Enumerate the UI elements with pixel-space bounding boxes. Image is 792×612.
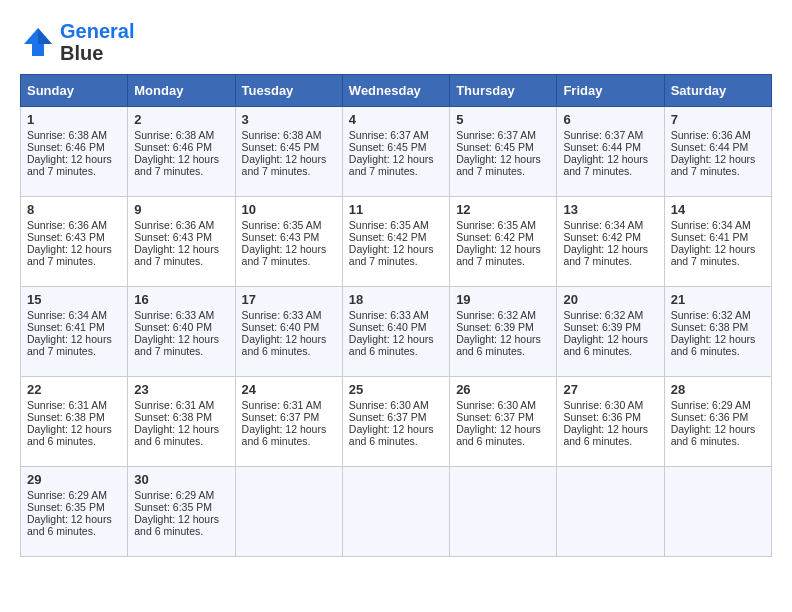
- day-cell-8: 8Sunrise: 6:36 AMSunset: 6:43 PMDaylight…: [21, 197, 128, 287]
- day-info-line: Sunrise: 6:32 AM: [563, 309, 657, 321]
- day-info-line: and 7 minutes.: [349, 165, 443, 177]
- day-info-line: Sunset: 6:40 PM: [134, 321, 228, 333]
- day-number: 10: [242, 202, 336, 217]
- day-number: 3: [242, 112, 336, 127]
- day-cell-14: 14Sunrise: 6:34 AMSunset: 6:41 PMDayligh…: [664, 197, 771, 287]
- day-info-line: Sunrise: 6:34 AM: [27, 309, 121, 321]
- day-info-line: Sunset: 6:36 PM: [671, 411, 765, 423]
- day-info-line: Daylight: 12 hours: [134, 513, 228, 525]
- day-info-line: Sunrise: 6:30 AM: [563, 399, 657, 411]
- day-info-line: Sunrise: 6:31 AM: [242, 399, 336, 411]
- day-info-line: Sunset: 6:46 PM: [134, 141, 228, 153]
- day-cell-7: 7Sunrise: 6:36 AMSunset: 6:44 PMDaylight…: [664, 107, 771, 197]
- day-info-line: Daylight: 12 hours: [671, 153, 765, 165]
- day-info-line: Sunrise: 6:36 AM: [27, 219, 121, 231]
- day-of-week-saturday: Saturday: [664, 75, 771, 107]
- day-info-line: Sunset: 6:39 PM: [456, 321, 550, 333]
- day-info-line: Sunset: 6:43 PM: [134, 231, 228, 243]
- day-info-line: Sunrise: 6:29 AM: [27, 489, 121, 501]
- day-info-line: and 6 minutes.: [671, 345, 765, 357]
- day-cell-4: 4Sunrise: 6:37 AMSunset: 6:45 PMDaylight…: [342, 107, 449, 197]
- day-info-line: Daylight: 12 hours: [456, 333, 550, 345]
- day-info-line: and 7 minutes.: [456, 255, 550, 267]
- empty-cell: [235, 467, 342, 557]
- day-info-line: Sunrise: 6:37 AM: [563, 129, 657, 141]
- day-info-line: Sunrise: 6:37 AM: [349, 129, 443, 141]
- day-info-line: Sunset: 6:38 PM: [134, 411, 228, 423]
- day-info-line: Daylight: 12 hours: [27, 513, 121, 525]
- day-info-line: Sunrise: 6:29 AM: [671, 399, 765, 411]
- day-info-line: Daylight: 12 hours: [349, 243, 443, 255]
- day-info-line: and 7 minutes.: [242, 255, 336, 267]
- day-info-line: Daylight: 12 hours: [349, 423, 443, 435]
- day-info-line: Daylight: 12 hours: [349, 333, 443, 345]
- day-info-line: Daylight: 12 hours: [134, 333, 228, 345]
- day-number: 24: [242, 382, 336, 397]
- day-info-line: and 7 minutes.: [27, 255, 121, 267]
- day-info-line: Sunrise: 6:33 AM: [134, 309, 228, 321]
- day-info-line: Daylight: 12 hours: [456, 153, 550, 165]
- day-cell-17: 17Sunrise: 6:33 AMSunset: 6:40 PMDayligh…: [235, 287, 342, 377]
- day-cell-29: 29Sunrise: 6:29 AMSunset: 6:35 PMDayligh…: [21, 467, 128, 557]
- day-info-line: and 6 minutes.: [456, 435, 550, 447]
- day-info-line: Sunrise: 6:31 AM: [134, 399, 228, 411]
- day-cell-20: 20Sunrise: 6:32 AMSunset: 6:39 PMDayligh…: [557, 287, 664, 377]
- day-info-line: Sunset: 6:46 PM: [27, 141, 121, 153]
- day-cell-11: 11Sunrise: 6:35 AMSunset: 6:42 PMDayligh…: [342, 197, 449, 287]
- day-info-line: Daylight: 12 hours: [27, 243, 121, 255]
- day-info-line: Sunrise: 6:35 AM: [349, 219, 443, 231]
- day-number: 20: [563, 292, 657, 307]
- day-info-line: Sunset: 6:41 PM: [27, 321, 121, 333]
- day-info-line: Daylight: 12 hours: [456, 243, 550, 255]
- day-cell-26: 26Sunrise: 6:30 AMSunset: 6:37 PMDayligh…: [450, 377, 557, 467]
- day-info-line: Sunset: 6:42 PM: [349, 231, 443, 243]
- day-info-line: and 7 minutes.: [27, 345, 121, 357]
- day-of-week-sunday: Sunday: [21, 75, 128, 107]
- day-info-line: Sunrise: 6:34 AM: [563, 219, 657, 231]
- day-number: 29: [27, 472, 121, 487]
- day-info-line: Sunrise: 6:38 AM: [242, 129, 336, 141]
- day-info-line: Daylight: 12 hours: [242, 153, 336, 165]
- day-cell-1: 1Sunrise: 6:38 AMSunset: 6:46 PMDaylight…: [21, 107, 128, 197]
- day-info-line: Daylight: 12 hours: [671, 243, 765, 255]
- day-info-line: and 6 minutes.: [242, 345, 336, 357]
- day-cell-22: 22Sunrise: 6:31 AMSunset: 6:38 PMDayligh…: [21, 377, 128, 467]
- logo-text2: Blue: [60, 42, 134, 64]
- day-number: 21: [671, 292, 765, 307]
- day-info-line: Daylight: 12 hours: [27, 153, 121, 165]
- day-info-line: Sunrise: 6:38 AM: [134, 129, 228, 141]
- day-info-line: and 6 minutes.: [563, 345, 657, 357]
- day-cell-24: 24Sunrise: 6:31 AMSunset: 6:37 PMDayligh…: [235, 377, 342, 467]
- day-info-line: Daylight: 12 hours: [242, 333, 336, 345]
- day-number: 1: [27, 112, 121, 127]
- day-info-line: Daylight: 12 hours: [671, 333, 765, 345]
- day-info-line: and 7 minutes.: [563, 165, 657, 177]
- day-info-line: Daylight: 12 hours: [456, 423, 550, 435]
- day-info-line: Sunset: 6:41 PM: [671, 231, 765, 243]
- day-number: 26: [456, 382, 550, 397]
- day-number: 9: [134, 202, 228, 217]
- day-info-line: Sunrise: 6:35 AM: [456, 219, 550, 231]
- day-number: 8: [27, 202, 121, 217]
- day-info-line: Daylight: 12 hours: [349, 153, 443, 165]
- day-info-line: Sunset: 6:42 PM: [563, 231, 657, 243]
- day-number: 13: [563, 202, 657, 217]
- day-info-line: Sunrise: 6:29 AM: [134, 489, 228, 501]
- day-number: 12: [456, 202, 550, 217]
- day-cell-28: 28Sunrise: 6:29 AMSunset: 6:36 PMDayligh…: [664, 377, 771, 467]
- day-number: 18: [349, 292, 443, 307]
- day-info-line: Daylight: 12 hours: [27, 423, 121, 435]
- day-info-line: Sunset: 6:45 PM: [349, 141, 443, 153]
- day-info-line: Sunset: 6:44 PM: [671, 141, 765, 153]
- day-info-line: Sunset: 6:40 PM: [242, 321, 336, 333]
- day-cell-30: 30Sunrise: 6:29 AMSunset: 6:35 PMDayligh…: [128, 467, 235, 557]
- day-info-line: Sunset: 6:43 PM: [242, 231, 336, 243]
- day-info-line: Sunrise: 6:30 AM: [456, 399, 550, 411]
- day-info-line: Sunrise: 6:36 AM: [671, 129, 765, 141]
- day-info-line: and 6 minutes.: [671, 435, 765, 447]
- day-info-line: Sunrise: 6:32 AM: [456, 309, 550, 321]
- day-info-line: and 6 minutes.: [349, 345, 443, 357]
- day-number: 19: [456, 292, 550, 307]
- day-cell-23: 23Sunrise: 6:31 AMSunset: 6:38 PMDayligh…: [128, 377, 235, 467]
- day-cell-16: 16Sunrise: 6:33 AMSunset: 6:40 PMDayligh…: [128, 287, 235, 377]
